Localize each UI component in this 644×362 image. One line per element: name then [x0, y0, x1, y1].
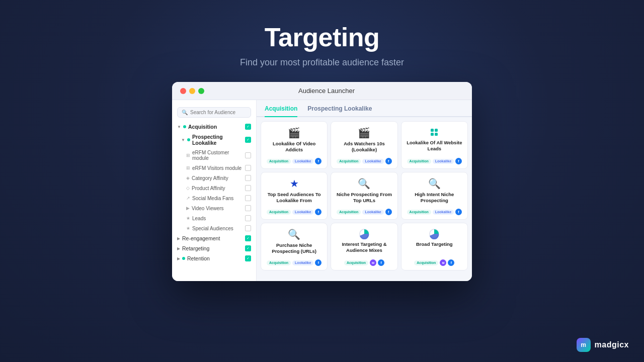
chevron-right-icon: ▶ — [177, 256, 180, 261]
tab-prospecting-lookalike[interactable]: Prospecting Lookalike — [307, 105, 372, 117]
facebook-icon: f — [385, 209, 392, 215]
pie-chart-icon — [429, 228, 440, 239]
tag-lookalike: Lookalike — [433, 159, 454, 164]
checkbox-product[interactable] — [245, 185, 251, 191]
sidebar-item-acquisition[interactable]: ▼ Acquisition ✓ — [172, 122, 256, 132]
card-tags: Acquisition M f — [406, 259, 463, 266]
checkbox-reengagement[interactable]: ✓ — [245, 235, 251, 241]
card-title: Interest Targeting & Audience Mixes — [335, 241, 393, 254]
sidebar-item-leads[interactable]: ★ Leads — [172, 213, 256, 223]
page-title: Targeting — [265, 22, 380, 52]
tag-acquisition: Acquisition — [267, 210, 291, 215]
tag-acquisition: Acquisition — [407, 159, 431, 164]
chevron-right-icon: ▶ — [177, 246, 180, 251]
card-broad-targeting[interactable]: Broad Targeting Acquisition M f — [401, 223, 468, 270]
search-icon: 🔍 — [428, 177, 441, 190]
sidebar-item-label: eRFM Customer module — [192, 150, 243, 161]
card-title: Broad Targeting — [416, 241, 453, 247]
video-camera-icon: 🎬 — [288, 127, 300, 139]
tab-acquisition[interactable]: Acquisition — [265, 105, 297, 117]
checkbox-special[interactable] — [245, 225, 251, 231]
sidebar-item-reengagement[interactable]: ▶ Re-engagement ✓ — [172, 233, 256, 243]
checkbox-social[interactable] — [245, 195, 251, 201]
card-top-seed[interactable]: ★ Top Seed Audiences To Lookalike From A… — [261, 172, 328, 220]
card-title: Ads Watchers 10s (Lookalike) — [335, 141, 393, 153]
card-tags: Acquisition Lookalike f — [335, 158, 393, 164]
madgicx-badge-icon: M — [440, 259, 446, 266]
checkbox-leads[interactable] — [245, 215, 251, 221]
checkbox-video[interactable] — [245, 205, 251, 211]
card-title: Lookalike Of All Website Leads — [406, 140, 463, 152]
star-icon: ★ — [290, 177, 299, 190]
chevron-right-icon: ▶ — [177, 236, 180, 241]
sidebar-item-erfm-customer[interactable]: ⊞ eRFM Customer module — [172, 148, 256, 163]
checkbox-retention[interactable]: ✓ — [245, 255, 251, 261]
tag-lookalike: Lookalike — [292, 159, 313, 164]
page-subtitle: Find your most profitable audience faste… — [240, 57, 404, 68]
card-interest-targeting[interactable]: Interest Targeting & Audience Mixes Acqu… — [331, 223, 397, 270]
checkbox-acquisition[interactable]: ✓ — [245, 124, 251, 130]
card-lookalike-video[interactable]: 🎬 Lookalike Of Video Addicts Acquisition… — [261, 121, 328, 169]
sidebar-item-label: Retention — [187, 255, 210, 261]
sidebar-item-video-viewers[interactable]: ▶ Video Viewers — [172, 203, 256, 213]
card-tags: Acquisition Lookalike f — [406, 158, 463, 164]
card-title: Purchase Niche Prospecting (URLs) — [265, 242, 323, 255]
card-title: Niche Prospecting From Top URLs — [335, 192, 393, 204]
checkbox-prospecting[interactable]: ✓ — [245, 137, 251, 143]
sidebar-item-label: Social Media Fans — [192, 196, 233, 201]
chevron-down-icon: ▼ — [177, 125, 181, 129]
close-dot[interactable] — [180, 88, 186, 94]
search-input[interactable] — [190, 110, 247, 115]
tag-acquisition: Acquisition — [414, 260, 438, 265]
sidebar-item-product-affinity[interactable]: ◇ Product Affinity — [172, 183, 256, 193]
search-icon: 🔍 — [182, 110, 188, 115]
status-dot — [187, 138, 190, 141]
card-purchase-niche[interactable]: 🔍 Purchase Niche Prospecting (URLs) Acqu… — [261, 223, 328, 270]
sidebar-item-retention[interactable]: ▶ Retention ✓ — [172, 253, 256, 263]
card-title: High Intent Niche Prospecting — [406, 192, 463, 204]
sidebar: 🔍 ▼ Acquisition ✓ ▼ Prospecting Lookalik… — [172, 100, 257, 281]
search-icon: 🔍 — [358, 177, 370, 190]
checkbox-erfm-customer[interactable] — [245, 152, 251, 158]
facebook-icon: f — [378, 259, 384, 266]
facebook-icon: f — [385, 158, 392, 164]
facebook-icon: f — [315, 259, 321, 266]
madgicx-icon: m — [577, 338, 591, 352]
sidebar-item-category-affinity[interactable]: ◈ Category Affinity — [172, 173, 256, 183]
page-content: Targeting Find your most profitable audi… — [0, 0, 644, 281]
tabs-bar: Acquisition Prospecting Lookalike — [257, 100, 472, 117]
card-website-leads[interactable]: Lookalike Of All Website Leads Acquisiti… — [401, 121, 468, 169]
checkbox-category[interactable] — [245, 175, 251, 181]
chevron-down-icon: ▼ — [181, 138, 185, 142]
tag-acquisition: Acquisition — [337, 159, 361, 164]
madgicx-badge-icon: M — [370, 259, 376, 266]
video-camera-icon: 🎬 — [358, 127, 370, 139]
sidebar-item-label: Category Affinity — [192, 175, 228, 181]
app-window: Audience Launcher 🔍 ▼ Acquisition ✓ — [172, 82, 472, 281]
window-title: Audience Launcher — [189, 87, 464, 95]
card-ads-watchers[interactable]: 🎬 Ads Watchers 10s (Lookalike) Acquisiti… — [331, 121, 397, 169]
cards-grid: 🎬 Lookalike Of Video Addicts Acquisition… — [257, 117, 472, 275]
search-box[interactable]: 🔍 — [177, 107, 251, 118]
card-tags: Acquisition Lookalike f — [265, 259, 323, 266]
category-icon: ◈ — [186, 175, 190, 180]
tag-acquisition: Acquisition — [337, 210, 361, 215]
card-high-intent[interactable]: 🔍 High Intent Niche Prospecting Acquisit… — [401, 172, 468, 220]
card-tags: Acquisition M f — [335, 259, 393, 266]
tag-lookalike: Lookalike — [292, 210, 313, 215]
sidebar-item-erfm-visitors[interactable]: ⊞ eRFM Visitors module — [172, 163, 256, 173]
sidebar-item-prospecting-lookalike[interactable]: ▼ Prospecting Lookalike ✓ — [172, 132, 256, 148]
tag-lookalike: Lookalike — [362, 159, 383, 164]
card-niche-top-urls[interactable]: 🔍 Niche Prospecting From Top URLs Acquis… — [331, 172, 397, 220]
main-panel: Acquisition Prospecting Lookalike 🎬 Look… — [257, 100, 472, 281]
sidebar-item-retargeting[interactable]: ▶ Retargeting ✓ — [172, 243, 256, 253]
sidebar-item-label: Re-engagement — [182, 235, 220, 241]
product-icon: ◇ — [186, 186, 190, 191]
checkbox-retargeting[interactable]: ✓ — [245, 245, 251, 251]
sidebar-item-social-media[interactable]: ↗ Social Media Fans — [172, 193, 256, 203]
tag-lookalike: Lookalike — [433, 210, 454, 215]
special-icon: ★ — [186, 226, 190, 231]
checkbox-erfm-visitors[interactable] — [245, 165, 251, 171]
tag-acquisition: Acquisition — [267, 260, 291, 265]
sidebar-item-special-audiences[interactable]: ★ Special Audiences — [172, 223, 256, 233]
